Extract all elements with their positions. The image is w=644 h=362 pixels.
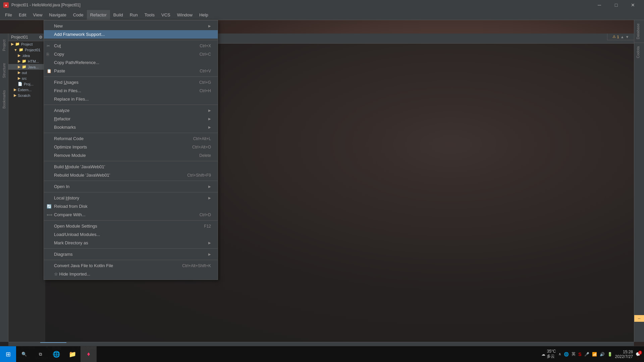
ctx-item-convert-kotlin[interactable]: Convert Java File to Kotlin File Ctrl+Al… [44,261,218,270]
menu-code[interactable]: Code [70,10,87,20]
ctx-diagrams-label: Diagrams [54,252,73,257]
network-icon: 🌐 [564,352,569,357]
ctx-item-rebuild-module[interactable]: Rebuild Module 'JavaWeb01' Ctrl+Shift+F9 [44,171,218,179]
ctx-item-refactor[interactable]: Refactor [44,115,218,123]
ctx-reformat-label: Reformat Code [54,136,84,141]
panel-label-bookmarks[interactable]: Bookmarks [1,87,7,111]
ctx-find-usages-shortcut: Ctrl+G [199,80,211,85]
close-button[interactable]: ✕ [625,0,641,10]
ctx-mark-dir-label: Mark Directory as [54,240,88,245]
right-panel-codota[interactable]: Codota [634,43,644,61]
ctx-item-new[interactable]: New [44,22,218,30]
ctx-item-hide-imported[interactable]: ☆ Hide Imported... [44,270,218,278]
menu-refactor[interactable]: Refactor [87,10,110,20]
tray-up-icon[interactable]: ∧ [558,352,561,356]
ctx-item-copy[interactable]: ⎘ Copy Ctrl+C [44,50,218,58]
tree-item-src[interactable]: ▶src [8,75,45,81]
menu-view[interactable]: View [30,10,46,20]
ctx-item-reload-from-disk[interactable]: 🔄 Reload from Disk [44,202,218,210]
ctx-reformat-shortcut: Ctrl+Alt+L [193,136,211,141]
ctx-item-find-usages[interactable]: Find Usages Ctrl+G [44,78,218,86]
tree-title: Project01 [11,35,28,40]
ctx-item-load-unload-modules[interactable]: Load/Unload Modules... [44,230,218,239]
ctx-load-unload-label: Load/Unload Modules... [54,232,100,237]
ctx-item-replace-in-files[interactable]: Replace in Files... [44,95,218,103]
warning-count: 1 [617,35,619,39]
tree-item-java[interactable]: ▶📁Java... [8,64,45,70]
menu-help[interactable]: Help [196,10,212,20]
ctx-open-in-label: Open In [54,184,69,189]
ctx-item-find-in-files[interactable]: Find in Files... Ctrl+H [44,86,218,95]
ctx-item-analyze[interactable]: Analyze [44,106,218,115]
ctx-new-label: New [54,23,63,28]
ctx-section-clipboard: ✂ Cut Ctrl+X ⎘ Copy Ctrl+C Copy Path/Ref… [44,40,218,77]
wifi-icon: 📶 [592,352,597,357]
tree-item-idea[interactable]: ▶.idea [8,53,45,58]
warning-down[interactable]: ▼ [626,35,629,39]
menu-run[interactable]: Run [126,10,141,20]
tree-item-out[interactable]: ▶out [8,70,45,75]
warning-up[interactable]: ▲ [621,35,624,39]
menu-navigate[interactable]: Navigate [46,10,69,20]
copy-icon: ⎘ [47,52,49,57]
tree-settings-icon[interactable]: ⚙ [39,35,43,40]
ctx-item-remove-module[interactable]: Remove Module Delete [44,151,218,160]
ctx-item-reformat[interactable]: Reformat Code Ctrl+Alt+L [44,134,218,143]
ctx-item-optimize-imports[interactable]: Optimize Imports Ctrl+Alt+O [44,143,218,151]
ctx-cut-label: Cut [54,43,61,48]
ctx-item-paste[interactable]: 📋 Paste Ctrl+V [44,67,218,75]
ctx-remove-label: Remove Module [54,153,86,158]
weather-desc: 多云 [547,354,556,359]
ctx-paste-label: Paste [54,68,65,73]
tree-item-proj[interactable]: 📄Proj... [8,81,45,87]
menu-edit[interactable]: Edit [15,10,30,20]
minimize-button[interactable]: ─ [592,0,607,10]
explorer-taskbar-button[interactable]: 📁 [64,346,80,362]
ctx-item-cut[interactable]: ✂ Cut Ctrl+X [44,42,218,50]
ctx-optimize-label: Optimize Imports [54,144,87,149]
tree-item-project[interactable]: ▶📁Project [8,41,45,47]
ctx-rebuild-label: Rebuild Module 'JavaWeb01' [54,173,110,178]
ctx-convert-kotlin-label: Convert Java File to Kotlin File [54,263,113,268]
ctx-convert-kotlin-shortcut: Ctrl+Alt+Shift+K [182,263,211,268]
panel-label-project[interactable]: Project [1,37,7,54]
ctx-item-diagrams[interactable]: Diagrams [44,250,218,258]
search-taskbar-icon: 🔍 [21,352,27,357]
weather-widget: ☁ 35°C 多云 [541,349,556,359]
ctx-item-copy-path[interactable]: Copy Path/Reference... [44,58,218,67]
ctx-reload-label: Reload from Disk [54,204,88,209]
ctx-item-bookmarks[interactable]: Bookmarks [44,123,218,131]
ctx-build-module-label: Build Module 'JavaWeb01' [54,164,105,169]
panel-label-structure[interactable]: Structure [1,60,7,81]
menu-vcs[interactable]: VCS [158,10,174,20]
ctx-item-local-history[interactable]: Local History [44,194,218,202]
tree-item-html[interactable]: ▶📁HTM... [8,58,45,64]
edge-taskbar-button[interactable]: 🌐 [48,346,64,362]
ctx-section-kotlin: Convert Java File to Kotlin File Ctrl+Al… [44,260,218,280]
ctx-item-add-framework[interactable]: Add Framework Support... [44,30,218,39]
ctx-item-open-module-settings[interactable]: Open Module Settings F12 [44,222,218,230]
maximize-button[interactable]: □ [608,0,624,10]
ctx-item-build-module[interactable]: Build Module 'JavaWeb01' [44,163,218,171]
tree-item-project01[interactable]: ▼📁Project01 [8,47,45,53]
menu-tools[interactable]: Tools [141,10,158,20]
tree-item-external[interactable]: ▶Extern... [8,87,45,93]
intellij-taskbar-button[interactable]: ♦ [80,346,97,362]
search-taskbar-button[interactable]: 🔍 [16,346,32,362]
tree-item-scratch[interactable]: ▶Scratch [8,93,45,98]
right-panel-database[interactable]: Database [634,20,644,43]
task-view-button[interactable]: ⧉ [32,346,48,362]
menu-window[interactable]: Window [174,10,196,20]
edge-icon: 🌐 [53,351,60,358]
ctx-item-open-in[interactable]: Open In [44,182,218,191]
start-button[interactable]: ⊞ [0,346,16,362]
ctx-compare-label: Compare With... [54,212,86,217]
cut-icon: ✂ [47,44,50,48]
ctx-find-usages-label: Find Usages [54,80,78,85]
menu-build[interactable]: Build [110,10,126,20]
compare-icon: ⟺ [47,213,52,217]
notification-icon[interactable]: 💬 2 [636,352,641,357]
ctx-item-compare-with[interactable]: ⟺ Compare With... Ctrl+D [44,210,218,219]
ctx-item-mark-directory[interactable]: Mark Directory as [44,239,218,247]
menu-file[interactable]: File [2,10,15,20]
